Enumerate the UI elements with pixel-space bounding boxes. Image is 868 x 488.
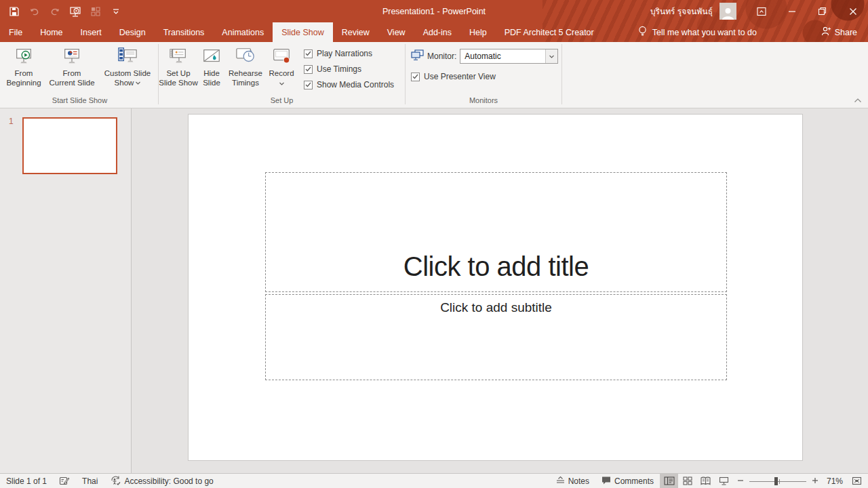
notes-icon (556, 476, 565, 486)
share-label: Share (835, 28, 857, 37)
comments-icon (601, 476, 611, 487)
subtitle-placeholder-text: Click to add subtitle (440, 300, 552, 315)
slide-sorter-view-button[interactable] (678, 474, 696, 488)
from-beginning-button[interactable]: From Beginning (1, 42, 46, 95)
language-indicator[interactable]: Thai (76, 474, 104, 488)
undo-icon[interactable] (26, 3, 43, 20)
hide-slide-icon (201, 44, 222, 68)
tell-me-label: Tell me what you want to do (652, 28, 757, 37)
work-area: 1 Click to add title Click to add subtit… (0, 108, 868, 473)
fit-to-window-icon[interactable] (846, 474, 868, 488)
checkbox-checked-icon (304, 65, 313, 74)
monitor-dropdown-value: Automatic (460, 52, 545, 61)
checkbox-checked-icon (411, 73, 420, 81)
use-timings-checkbox[interactable]: Use Timings (304, 64, 394, 74)
group-label-set-up: Set Up (159, 96, 405, 108)
chevron-down-icon (279, 82, 284, 85)
quick-access-toolbar (0, 3, 125, 20)
tab-pdf-architect[interactable]: PDF Architect 5 Creator (496, 22, 603, 42)
zoom-in-icon[interactable] (812, 476, 818, 486)
save-icon[interactable] (5, 3, 23, 20)
slide-workspace: Click to add title Click to add subtitle (132, 108, 868, 473)
set-up-slide-show-icon (168, 44, 189, 68)
accessibility-icon (110, 475, 121, 487)
notes-button[interactable]: Notes (550, 474, 595, 488)
zoom-out-icon[interactable] (737, 476, 744, 486)
tab-help[interactable]: Help (460, 22, 496, 42)
setup-checkbox-column: Play Narrations Use Timings Show Media C… (297, 42, 394, 89)
app-header: Presentation1 - PowerPoint บุรินทร์ รุจจ… (0, 0, 868, 42)
share-person-icon (821, 26, 831, 38)
tab-review[interactable]: Review (333, 22, 378, 42)
slide-canvas[interactable]: Click to add title Click to add subtitle (188, 114, 803, 461)
tab-home[interactable]: Home (31, 22, 71, 42)
reading-view-button[interactable] (696, 474, 715, 488)
share-button[interactable]: Share (810, 22, 868, 42)
tab-insert[interactable]: Insert (72, 22, 111, 42)
close-icon[interactable] (837, 0, 868, 22)
comments-button[interactable]: Comments (595, 474, 660, 488)
tab-view[interactable]: View (378, 22, 414, 42)
slide-thumbnail[interactable] (22, 117, 117, 174)
checkbox-checked-icon (304, 49, 313, 58)
checkbox-checked-icon (304, 81, 313, 89)
lightbulb-icon (638, 26, 647, 39)
custom-slide-show-icon (117, 44, 138, 68)
monitor-icon (411, 49, 424, 63)
rehearse-timings-button[interactable]: Rehearse Timings (225, 42, 266, 95)
restore-icon[interactable] (807, 0, 837, 22)
record-icon (271, 44, 292, 68)
from-beginning-icon (14, 44, 34, 68)
ribbon-display-options-icon[interactable] (746, 0, 776, 22)
collapse-ribbon-icon[interactable] (854, 94, 862, 106)
zoom-percentage[interactable]: 71% (823, 476, 846, 486)
grid-icon[interactable] (87, 3, 104, 20)
record-button[interactable]: Record (266, 42, 297, 95)
status-bar: Slide 1 of 1 Thai Accessibility: Good to… (0, 473, 868, 488)
slide-show-view-button[interactable] (715, 474, 733, 488)
show-media-controls-checkbox[interactable]: Show Media Controls (304, 80, 394, 89)
group-monitors: Monitor: Automatic Use Presenter View Mo… (406, 42, 561, 108)
zoom-slider-thumb[interactable] (774, 477, 778, 485)
group-label-monitors: Monitors (406, 96, 561, 108)
slide-indicator[interactable]: Slide 1 of 1 (0, 474, 53, 488)
hide-slide-button[interactable]: Hide Slide (198, 42, 225, 95)
set-up-slide-show-button[interactable]: Set Up Slide Show (159, 42, 198, 95)
normal-view-button[interactable] (660, 474, 678, 488)
play-narrations-checkbox[interactable]: Play Narrations (304, 49, 394, 58)
tab-design[interactable]: Design (111, 22, 155, 42)
title-placeholder[interactable]: Click to add title (265, 172, 727, 292)
use-presenter-view-checkbox[interactable]: Use Presenter View (411, 72, 558, 81)
tell-me-box[interactable]: Tell me what you want to do (631, 22, 764, 42)
from-current-slide-icon (62, 44, 82, 68)
chevron-down-icon (136, 81, 140, 85)
avatar[interactable] (719, 3, 736, 20)
ribbon-slide-show: From Beginning From Current Slide Custom… (0, 42, 868, 108)
custom-slide-show-button[interactable]: Custom Slide Show (98, 42, 157, 95)
subtitle-placeholder[interactable]: Click to add subtitle (265, 294, 727, 380)
customize-qat-icon[interactable] (107, 3, 125, 20)
title-placeholder-text: Click to add title (403, 251, 589, 282)
slide-number: 1 (9, 117, 14, 126)
monitor-dropdown[interactable]: Automatic (460, 49, 558, 64)
spell-check-icon[interactable] (53, 474, 76, 488)
minimize-icon[interactable] (776, 0, 807, 22)
zoom-slider[interactable] (749, 477, 806, 485)
group-label-start-slide-show: Start Slide Show (1, 96, 158, 108)
slide-thumbnail-panel: 1 (0, 108, 132, 473)
accessibility-status[interactable]: Accessibility: Good to go (104, 474, 219, 488)
tab-add-ins[interactable]: Add-ins (414, 22, 460, 42)
rehearse-timings-icon (235, 44, 256, 68)
user-name[interactable]: บุรินทร์ รุจจนพันธุ์ (650, 5, 713, 18)
tab-transitions[interactable]: Transitions (155, 22, 214, 42)
from-current-slide-button[interactable]: From Current Slide (46, 42, 98, 95)
dropdown-arrow-icon[interactable] (545, 49, 557, 63)
tab-slide-show[interactable]: Slide Show (273, 22, 333, 42)
start-from-beginning-icon[interactable] (66, 3, 84, 20)
tab-file[interactable]: File (0, 22, 31, 42)
redo-icon[interactable] (46, 3, 64, 20)
tab-animations[interactable]: Animations (213, 22, 273, 42)
zoom-controls (733, 474, 823, 488)
group-start-slide-show: From Beginning From Current Slide Custom… (1, 42, 158, 108)
group-separator (561, 44, 562, 104)
